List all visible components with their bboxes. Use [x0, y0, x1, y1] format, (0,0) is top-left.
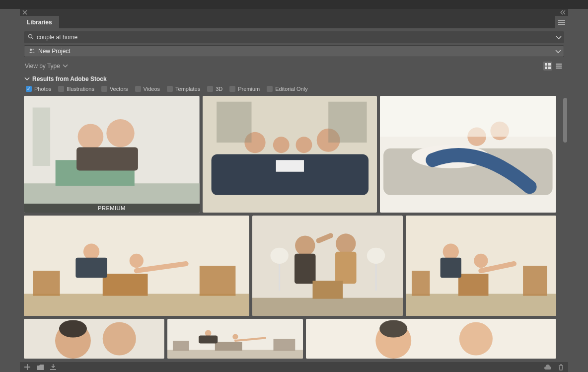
stock-thumbnail[interactable]: PREMIUM — [24, 96, 200, 213]
svg-point-64 — [232, 334, 238, 339]
chevron-down-icon — [63, 65, 68, 68]
svg-rect-31 — [103, 274, 148, 296]
svg-rect-5 — [545, 67, 547, 69]
chevron-down-icon[interactable] — [556, 48, 561, 55]
svg-point-35 — [130, 254, 144, 268]
filter-illustrations[interactable]: Illustrations — [58, 86, 94, 92]
svg-rect-36 — [75, 258, 107, 278]
svg-rect-53 — [441, 258, 461, 278]
svg-rect-3 — [545, 63, 547, 66]
svg-point-18 — [295, 137, 312, 153]
svg-point-51 — [443, 244, 459, 260]
filter-vectors[interactable]: Vectors — [101, 86, 128, 92]
stock-thumbnail[interactable] — [406, 216, 556, 316]
filter-label: 3D — [216, 86, 222, 92]
collapse-icon[interactable] — [560, 9, 566, 15]
library-name: New Project — [38, 48, 71, 55]
filter-label: Photos — [34, 86, 51, 92]
svg-point-2 — [32, 48, 34, 50]
library-selector[interactable]: New Project — [24, 45, 564, 57]
results-scroll-area: PREMIUM — [20, 96, 568, 362]
results-grid: PREMIUM — [24, 96, 566, 359]
stock-thumbnail[interactable] — [306, 319, 556, 359]
grid-view-button[interactable] — [543, 62, 552, 71]
close-icon[interactable] — [22, 9, 28, 15]
filter-photos[interactable]: Photos — [26, 86, 51, 92]
checkbox[interactable] — [26, 86, 32, 92]
panel-tabbar: Libraries — [20, 16, 568, 28]
svg-point-52 — [474, 254, 488, 268]
filter-videos[interactable]: Videos — [135, 86, 160, 92]
stock-thumbnail[interactable] — [24, 319, 164, 359]
svg-point-17 — [273, 137, 289, 153]
svg-point-56 — [103, 322, 136, 355]
filter-label: Premium — [238, 86, 260, 92]
view-by-type-button[interactable]: View by Type — [25, 63, 68, 70]
stock-thumbnail[interactable] — [380, 96, 556, 213]
svg-rect-33 — [200, 266, 236, 296]
stock-thumbnail[interactable] — [24, 216, 249, 316]
filter-premium[interactable]: Premium — [229, 86, 260, 92]
premium-badge: PREMIUM — [24, 204, 200, 213]
results-header[interactable]: Results from Adobe Stock — [20, 73, 568, 85]
svg-rect-49 — [412, 271, 430, 296]
svg-rect-65 — [199, 336, 218, 344]
svg-point-10 — [78, 124, 104, 149]
svg-rect-42 — [335, 252, 357, 284]
svg-point-0 — [29, 34, 32, 38]
folder-icon[interactable] — [37, 364, 44, 371]
svg-point-44 — [367, 248, 384, 264]
checkbox[interactable] — [135, 86, 141, 92]
list-view-button[interactable] — [554, 62, 563, 71]
checkbox[interactable] — [207, 86, 213, 92]
svg-rect-45 — [312, 281, 343, 298]
search-input[interactable] — [37, 34, 560, 41]
add-icon[interactable] — [24, 364, 31, 371]
stock-thumbnail[interactable] — [203, 96, 377, 213]
svg-rect-12 — [76, 147, 138, 170]
filter-label: Vectors — [110, 86, 128, 92]
svg-rect-32 — [33, 271, 60, 296]
checkbox[interactable] — [267, 86, 273, 92]
svg-rect-22 — [328, 102, 367, 143]
results-row: PREMIUM — [24, 96, 556, 213]
svg-rect-41 — [294, 254, 316, 284]
checkbox[interactable] — [229, 86, 235, 92]
search-field[interactable] — [24, 31, 564, 43]
bottom-toolbar — [20, 362, 568, 372]
svg-point-39 — [295, 235, 315, 255]
svg-rect-61 — [173, 341, 189, 351]
tab-libraries[interactable]: Libraries — [20, 16, 59, 28]
svg-rect-50 — [523, 266, 547, 296]
svg-point-1 — [30, 48, 32, 50]
svg-point-40 — [336, 233, 356, 253]
svg-rect-66 — [306, 319, 556, 359]
libraries-panel: Libraries New Project View by Type — [20, 9, 568, 372]
checkbox[interactable] — [167, 86, 173, 92]
svg-rect-59 — [167, 350, 303, 359]
filter-label: Editorial Only — [275, 86, 307, 92]
view-options-row: View by Type — [20, 59, 568, 73]
panel-menu-button[interactable] — [555, 16, 568, 28]
scrollbar-thumb[interactable] — [563, 98, 567, 143]
trash-icon[interactable] — [557, 364, 564, 371]
stock-thumbnail[interactable] — [167, 319, 303, 359]
svg-rect-20 — [276, 160, 303, 172]
svg-rect-28 — [380, 96, 556, 137]
svg-rect-48 — [458, 274, 489, 296]
stock-thumbnail[interactable] — [252, 216, 403, 316]
filter-3d[interactable]: 3D — [207, 86, 222, 92]
chevron-down-icon[interactable] — [556, 34, 561, 41]
svg-point-68 — [459, 322, 493, 355]
checkbox[interactable] — [101, 86, 107, 92]
svg-point-11 — [106, 119, 134, 147]
people-icon — [28, 48, 35, 55]
download-icon[interactable] — [50, 364, 57, 371]
filter-editorial[interactable]: Editorial Only — [267, 86, 307, 92]
svg-rect-38 — [252, 298, 403, 316]
filter-templates[interactable]: Templates — [167, 86, 200, 92]
cloud-icon[interactable] — [544, 364, 551, 371]
checkbox[interactable] — [58, 86, 64, 92]
results-header-label: Results from Adobe Stock — [32, 75, 107, 82]
svg-point-63 — [205, 330, 211, 336]
